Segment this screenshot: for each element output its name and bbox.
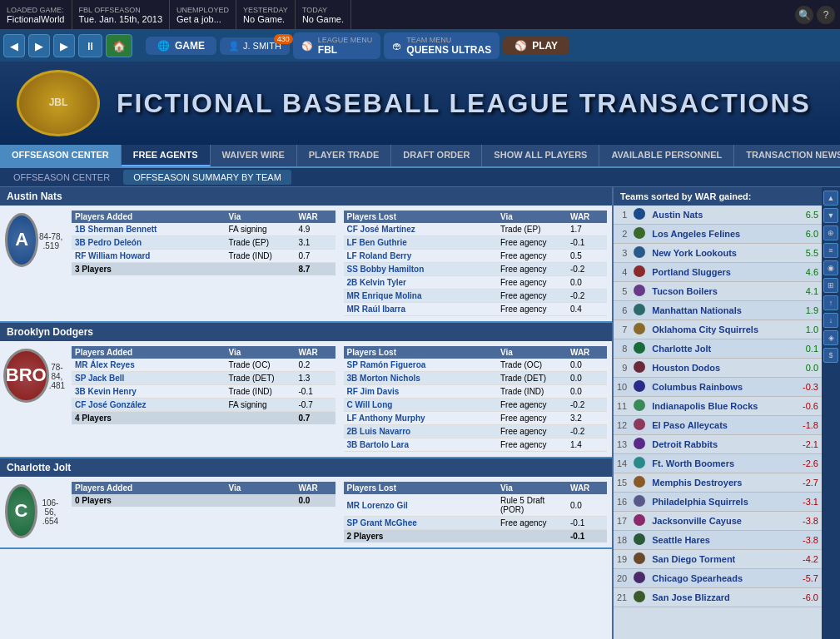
lost-player-row: 3B Morton NicholsTrade (DET)0.0 — [344, 372, 608, 385]
team-header-brooklyn-dodgers: Brooklyn Dodgers — [0, 323, 612, 341]
team-menu[interactable]: 🏟 TEAM MENU QUEENS ULTRAS — [384, 32, 500, 59]
added-total-brooklyn-dodgers: 4 Players0.7 — [72, 412, 336, 424]
lost-player-row: 2B Luis NavarroFree agency-0.2 — [344, 425, 608, 438]
war-row: 11 Indianapolis Blue Rocks -0.6 — [614, 397, 822, 416]
lost-player-row: RF Jim DavisTrade (IND)0.0 — [344, 385, 608, 399]
help-icon[interactable]: ? — [817, 6, 835, 24]
team-body-brooklyn-dodgers: BRO78-84, .481Players AddedViaWARMR Álex… — [0, 341, 612, 457]
back-button[interactable]: ◀ — [3, 34, 25, 57]
player-link[interactable]: 3B Pedro Deleón — [75, 238, 226, 247]
player-link[interactable]: SP Jack Bell — [75, 374, 226, 383]
player-link[interactable]: 3B Kevin Henry — [75, 387, 226, 396]
lost-player-row: SS Bobby HamiltonFree agency-0.2 — [344, 263, 608, 276]
side-nav-btn-4[interactable]: ◉ — [823, 260, 838, 275]
player-link[interactable]: LF Roland Berry — [347, 251, 498, 260]
user-menu[interactable]: 👤 J. SMITH 430 — [220, 37, 290, 55]
player-link[interactable]: LF Ben Guthrie — [347, 238, 498, 247]
team-record-charlotte-jolt: 106-56, .654 — [37, 498, 63, 526]
unemployed: UNEMPLOYED Get a job... — [170, 0, 236, 29]
lost-player-row: SP Ramón FigueroaTrade (OC)0.0 — [344, 359, 608, 372]
player-link[interactable]: MR Enrique Molina — [347, 291, 498, 300]
player-link[interactable]: RF William Howard — [75, 251, 226, 260]
today: TODAY No Game. — [296, 0, 351, 29]
sub-tab-offseason-summary[interactable]: OFFSEASON SUMMARY BY TEAM — [123, 170, 291, 185]
side-nav-btn-3[interactable]: ≡ — [823, 243, 838, 258]
nav-bar: ◀ ▶ ▶ ⏸ 🏠 🌐 GAME 👤 J. SMITH 430 ⚾ LEAGUE… — [0, 30, 840, 62]
tab-player-trade[interactable]: PLAYER TRADE — [297, 145, 392, 166]
play-button[interactable]: ⚾ PLAY — [503, 37, 569, 55]
play-media-button[interactable]: ▶ — [53, 34, 75, 57]
war-row: 9 Houston Dodos 0.0 — [614, 359, 822, 378]
tab-free-agents[interactable]: FREE AGENTS — [122, 145, 211, 166]
title-banner: JBL FICTIONAL BASEBALL LEAGUE TRANSACTIO… — [0, 62, 840, 145]
tab-show-all-players[interactable]: SHOW ALL PLAYERS — [482, 145, 599, 166]
side-nav-btn-9[interactable]: $ — [823, 348, 838, 363]
player-link[interactable]: LF Anthony Murphy — [347, 414, 498, 423]
team-icon: 🏟 — [392, 41, 401, 51]
side-nav-btn-1[interactable]: ▼ — [823, 208, 838, 223]
game-menu[interactable]: 🌐 GAME — [146, 37, 216, 55]
tab-waiver-wire[interactable]: WAIVER WIRE — [211, 145, 297, 166]
team-record-austin-nats: 84-78, .519 — [38, 232, 63, 250]
side-nav-btn-2[interactable]: ⊕ — [823, 225, 838, 240]
player-link[interactable]: CF José González — [75, 400, 226, 409]
added-player-row: CF José GonzálezFA signing-0.7 — [72, 399, 336, 412]
league-name: FBL — [318, 44, 337, 56]
tab-draft-order[interactable]: DRAFT ORDER — [391, 145, 482, 166]
team-section-brooklyn-dodgers: Brooklyn DodgersBRO78-84, .481Players Ad… — [0, 323, 612, 458]
side-nav-btn-8[interactable]: ◈ — [823, 330, 838, 345]
player-link[interactable]: MR Álex Reyes — [75, 360, 226, 369]
player-link[interactable]: SS Bobby Hamilton — [347, 265, 498, 274]
war-row: 7 Oklahoma City Squirrels 1.0 — [614, 320, 822, 339]
league-menu-label: LEAGUE MENU — [318, 36, 373, 44]
added-player-row: RF William HowardTrade (IND)0.7 — [72, 250, 336, 263]
added-player-row: SP Jack BellTrade (DET)1.3 — [72, 372, 336, 385]
side-nav-btn-0[interactable]: ▲ — [823, 191, 838, 206]
player-link[interactable]: C Will Long — [347, 400, 498, 409]
players-lost-brooklyn-dodgers: Players LostViaWARSP Ramón FigueroaTrade… — [344, 346, 608, 452]
added-player-row: 3B Kevin HenryTrade (IND)-0.1 — [72, 385, 336, 399]
tab-available-personnel[interactable]: AVAILABLE PERSONNEL — [599, 145, 734, 166]
side-nav-btn-6[interactable]: ↑ — [823, 295, 838, 310]
player-link[interactable]: SP Grant McGhee — [347, 518, 498, 528]
globe-icon: 🌐 — [157, 40, 170, 52]
player-link[interactable]: 3B Morton Nichols — [347, 374, 498, 383]
home-button[interactable]: 🏠 — [106, 34, 132, 57]
league-menu[interactable]: ⚾ LEAGUE MENU FBL — [293, 32, 381, 59]
team-logo-charlotte-jolt: C106-56, .654 — [5, 482, 63, 540]
war-row: 1 Austin Nats 6.5 — [614, 206, 822, 225]
forward-button[interactable]: ▶ — [28, 34, 50, 57]
fbl-logo: JBL — [17, 70, 100, 136]
team-body-charlotte-jolt: C106-56, .654Players AddedViaWAR0 Player… — [0, 477, 612, 547]
left-panel: Austin NatsA84-78, .519Players AddedViaW… — [0, 187, 614, 639]
today-value: No Game. — [302, 14, 344, 24]
player-link[interactable]: MR Raúl Ibarra — [347, 305, 498, 314]
player-link[interactable]: 3B Bartolo Lara — [347, 440, 498, 449]
search-icon[interactable]: 🔍 — [795, 6, 813, 24]
ball-icon: ⚾ — [514, 40, 527, 52]
lost-player-row: MR Raúl IbarraFree agency0.4 — [344, 303, 608, 316]
player-link[interactable]: 2B Luis Navarro — [347, 427, 498, 436]
team-menu-label: TEAM MENU — [406, 36, 491, 44]
yesterday-value: No Game. — [243, 14, 288, 24]
player-link[interactable]: 1B Sherman Bennett — [75, 225, 226, 234]
player-link[interactable]: CF José Martínez — [347, 225, 498, 234]
player-link[interactable]: SP Ramón Figueroa — [347, 360, 498, 369]
team-section-austin-nats: Austin NatsA84-78, .519Players AddedViaW… — [0, 187, 612, 323]
side-nav-btn-7[interactable]: ↓ — [823, 313, 838, 328]
tab-transaction-news[interactable]: TRANSACTION NEWS — [734, 145, 840, 166]
added-total-charlotte-jolt: 0 Players0.0 — [72, 494, 336, 507]
main-tabs: OFFSEASON CENTER FREE AGENTS WAIVER WIRE… — [0, 145, 840, 168]
pause-button[interactable]: ⏸ — [78, 34, 102, 57]
unemployed-value: Get a job... — [176, 14, 229, 24]
tab-offseason-center[interactable]: OFFSEASON CENTER — [0, 145, 122, 166]
sub-tab-offseason-center[interactable]: OFFSEASON CENTER — [3, 170, 120, 185]
player-link[interactable]: RF Jim Davis — [347, 387, 498, 396]
lost-player-row: 2B Kelvin TylerFree agency0.0 — [344, 276, 608, 290]
player-link[interactable]: 2B Kelvin Tyler — [347, 278, 498, 287]
player-link[interactable]: MR Lorenzo Gil — [347, 501, 498, 510]
offseason-value: Tue. Jan. 15th, 2013 — [79, 14, 163, 24]
war-row: 16 Philadelphia Squirrels -3.1 — [614, 493, 822, 512]
lost-player-row: LF Anthony MurphyFree agency3.2 — [344, 412, 608, 425]
side-nav-btn-5[interactable]: ⊞ — [823, 278, 838, 293]
